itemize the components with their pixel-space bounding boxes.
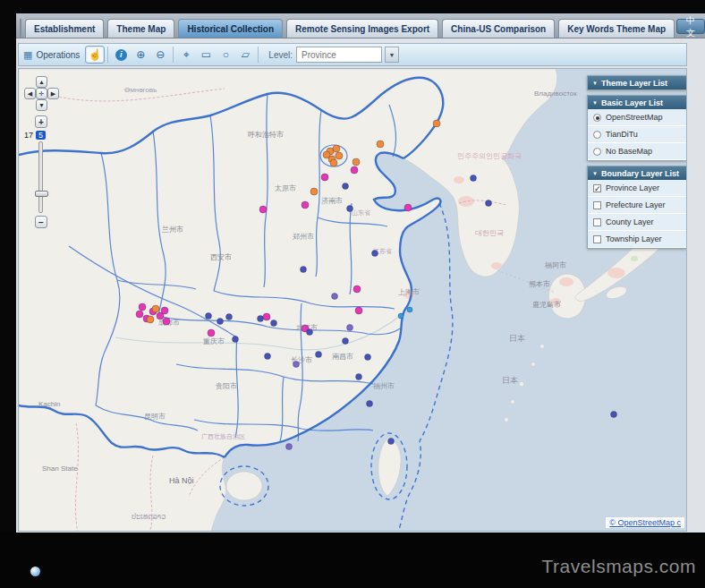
basemap-option-tianditu[interactable]: TianDiTu [588,126,686,143]
basic-layer-header[interactable]: ▼ Basic Layer List [588,96,686,109]
pan-hand-button[interactable]: ☝ [85,46,105,64]
pan-left-button[interactable]: ◀ [24,88,36,99]
data-point-indigo[interactable] [226,314,233,320]
data-point-indigo[interactable] [347,206,353,212]
basemap-option-no-basemap[interactable]: No BaseMap [588,143,686,160]
draw-rectangle-button[interactable]: ▭ [196,46,216,64]
data-point-violet[interactable] [332,294,338,300]
data-point-indigo[interactable] [307,329,313,336]
radio-icon[interactable] [593,148,601,156]
data-point-orange[interactable] [152,305,159,312]
data-point-pink[interactable] [404,204,412,211]
player-logo-icon[interactable] [30,567,40,576]
data-point-orange[interactable] [323,151,330,158]
level-dropdown[interactable]: Province [296,47,382,63]
data-point-indigo[interactable] [233,337,239,343]
radio-icon[interactable] [593,114,601,122]
data-point-indigo[interactable] [367,401,373,407]
data-point-azure[interactable] [398,313,403,319]
data-point-pink[interactable] [302,201,309,209]
theme-layer-header[interactable]: ▼ Theme Layer List [588,76,686,89]
tab-remote-sensing-images-export[interactable]: Remote Sensing Images Export [286,19,438,38]
boundary-option-township-layer[interactable]: Township Layer [588,231,686,248]
data-point-indigo[interactable] [301,267,307,273]
data-point-orange[interactable] [336,152,343,159]
map-label: Өмнөговь [124,86,157,94]
data-point-pink[interactable] [208,329,215,337]
data-point-orange[interactable] [433,120,440,127]
zoom-out-button[interactable]: ⊖ [150,46,170,64]
checkbox-icon[interactable] [593,201,601,209]
data-point-orange[interactable] [333,145,340,152]
data-point-pink[interactable] [259,206,267,213]
data-point-violet[interactable] [286,444,293,450]
data-point-indigo[interactable] [343,183,349,190]
checkbox-icon[interactable] [593,218,601,226]
zoom-level-badge[interactable]: 5 [36,131,46,140]
data-point-indigo[interactable] [372,251,378,257]
identify-button[interactable]: i [111,46,131,64]
data-point-pink[interactable] [355,307,362,314]
level-dropdown-arrow-button[interactable]: ▼ [385,47,399,63]
tab-historical-collection[interactable]: Historical Collection [178,19,283,38]
data-point-indigo[interactable] [343,338,349,345]
data-point-indigo[interactable] [365,354,371,361]
data-point-indigo[interactable] [611,412,617,418]
data-point-indigo[interactable] [265,354,271,360]
data-point-pink[interactable] [351,166,358,174]
data-point-indigo[interactable] [217,319,224,325]
boundary-option-county-layer[interactable]: County Layer [588,214,686,231]
data-point-pink[interactable] [161,307,168,314]
data-point-pink[interactable] [353,285,361,293]
pan-center-button[interactable]: ✛ [36,88,47,99]
osm-attribution-link[interactable]: © OpenStreetMap c [609,518,681,527]
checkbox-icon[interactable]: ✓ [593,184,601,192]
data-point-indigo[interactable] [486,200,492,207]
data-point-pink[interactable] [263,313,270,320]
pan-up-button[interactable]: ▲ [36,76,47,88]
checkbox-icon[interactable] [593,235,601,243]
data-point-indigo[interactable] [271,320,277,327]
lang-chinese-button[interactable]: 中文 [676,19,705,34]
draw-oval-button[interactable]: ○ [216,46,235,64]
data-point-indigo[interactable] [356,374,362,380]
boundary-option-province-layer[interactable]: ✓Province Layer [588,180,686,197]
data-point-orange[interactable] [310,188,318,195]
tab-china-us-comparison[interactable]: China-US Comparison [442,19,555,38]
data-point-pink[interactable] [139,303,146,311]
data-point-pink[interactable] [136,311,143,318]
data-point-violet[interactable] [347,325,353,331]
data-point-pink[interactable] [321,174,328,181]
map-canvas[interactable]: ӨмнөговьВладивосток呼和浩特市太原市济南市山东省兰州市西安市郑… [18,68,687,532]
zoom-out-button[interactable]: − [35,216,47,228]
draw-polygon-button[interactable]: ▱ [235,46,255,64]
data-point-indigo[interactable] [316,352,322,358]
data-point-indigo[interactable] [206,313,212,320]
tab-establishment[interactable]: Establishment [25,19,104,38]
zoom-slider-handle[interactable] [35,191,48,197]
zoom-in-button[interactable]: + [35,115,47,128]
boundary-layer-header[interactable]: ▼ Boundary Layer List [588,166,686,180]
tab-key-words-theme-map[interactable]: Key Words Theme Map [558,19,675,38]
draw-point-button[interactable]: ⌖ [176,46,196,64]
pan-right-button[interactable]: ▶ [47,88,59,99]
data-point-indigo[interactable] [258,316,264,322]
data-point-indigo[interactable] [471,175,477,182]
partial-tab[interactable] [20,19,21,38]
radio-icon[interactable] [593,131,601,139]
data-point-pink[interactable] [163,318,170,325]
zoom-in-button[interactable]: ⊕ [131,46,150,64]
boundary-option-prefecture-layer[interactable]: Prefecture Layer [588,197,686,214]
data-point-orange[interactable] [330,159,337,166]
zoom-slider[interactable] [38,141,43,213]
data-point-violet[interactable] [293,362,300,368]
pan-down-button[interactable]: ▼ [36,99,47,111]
data-point-orange[interactable] [147,316,154,323]
data-point-azure[interactable] [407,307,412,312]
data-point-orange[interactable] [377,141,384,148]
basemap-option-openstreetmap[interactable]: OpenStreetMap [588,109,686,126]
data-point-orange[interactable] [352,158,360,166]
layer-label: County Layer [606,217,654,226]
tab-theme-map[interactable]: Theme Map [107,19,174,38]
data-point-indigo[interactable] [388,439,395,445]
